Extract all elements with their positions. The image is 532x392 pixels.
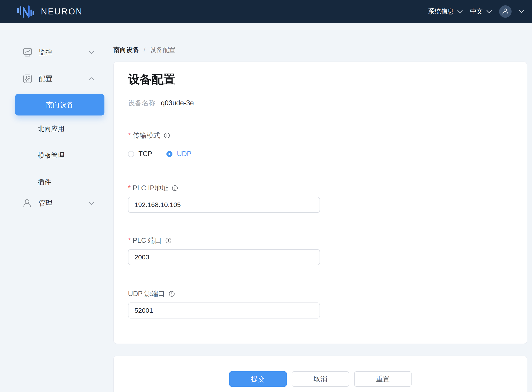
transport-mode-options: TCP UDP <box>128 150 513 158</box>
radio-dot-udp <box>166 151 172 157</box>
required-mark: * <box>128 237 131 245</box>
chevron-down-icon <box>89 50 95 54</box>
radio-tcp[interactable]: TCP <box>128 150 152 158</box>
sidebar-item-template-mgmt[interactable]: 模板管理 <box>0 142 104 169</box>
app-page: NEURON 系统信息 中文 <box>0 0 532 392</box>
language-label: 中文 <box>470 7 483 16</box>
brand: NEURON <box>16 5 83 19</box>
sidebar-item-config[interactable]: 配置 <box>0 65 104 92</box>
field-plc-ip: * PLC IP地址 <box>128 183 513 213</box>
field-transport-mode: * 传输模式 <box>128 131 513 158</box>
language-menu[interactable]: 中文 <box>470 7 492 16</box>
plc-port-label: PLC 端口 <box>133 236 162 245</box>
sidebar-item-monitoring[interactable]: 监控 <box>0 39 104 65</box>
system-info-label: 系统信息 <box>428 7 454 16</box>
avatar[interactable] <box>499 5 512 18</box>
sidebar-label-monitoring: 监控 <box>39 47 52 57</box>
required-mark: * <box>128 184 131 192</box>
warning-circle-icon[interactable] <box>165 238 172 244</box>
udp-source-port-input[interactable] <box>128 303 320 318</box>
chevron-up-icon <box>89 77 95 81</box>
brand-name: NEURON <box>41 7 83 16</box>
system-info-menu[interactable]: 系统信息 <box>428 7 463 16</box>
field-udp-source-port: UDP 源端口 <box>128 289 513 318</box>
device-config-form: * 传输模式 <box>128 131 513 318</box>
sidebar: 监控 配置 <box>0 23 104 217</box>
plc-ip-label: PLC IP地址 <box>133 183 168 193</box>
device-config-card: 设备配置 设备名称 q03ude-3e * 传输模式 <box>113 61 527 344</box>
breadcrumb-current: 设备配置 <box>150 46 176 54</box>
transport-mode-label: 传输模式 <box>133 131 160 140</box>
required-mark: * <box>128 131 131 140</box>
sidebar-item-north-apps[interactable]: 北向应用 <box>0 116 104 142</box>
radio-dot-tcp <box>128 151 134 157</box>
warning-circle-icon[interactable] <box>164 132 170 139</box>
sliders-icon <box>22 74 33 84</box>
chevron-down-icon <box>486 10 492 13</box>
plc-port-label-row: * PLC 端口 <box>128 236 513 245</box>
page-title: 设备配置 <box>128 72 513 86</box>
form-actions-card: 提交 取消 重置 <box>113 355 527 392</box>
submit-button[interactable]: 提交 <box>229 371 287 387</box>
radio-label-udp: UDP <box>177 150 191 158</box>
plc-port-input[interactable] <box>128 249 320 265</box>
chevron-down-icon <box>457 10 463 13</box>
sidebar-label-template-mgmt: 模板管理 <box>38 151 64 160</box>
radio-udp[interactable]: UDP <box>166 150 191 158</box>
device-name-row: 设备名称 q03ude-3e <box>128 98 513 108</box>
chevron-down-icon <box>89 201 95 205</box>
radio-label-tcp: TCP <box>138 150 152 158</box>
sidebar-label-config: 配置 <box>39 74 52 84</box>
plc-ip-input[interactable] <box>128 197 320 213</box>
user-icon <box>22 198 33 209</box>
navbar-right: 系统信息 中文 <box>428 5 524 18</box>
udp-source-port-label-row: UDP 源端口 <box>128 289 513 299</box>
field-plc-port: * PLC 端口 <box>128 236 513 265</box>
cancel-button[interactable]: 取消 <box>292 371 349 387</box>
top-navbar: NEURON 系统信息 中文 <box>0 0 532 23</box>
device-name-label: 设备名称 <box>128 98 155 108</box>
neuron-logo-icon <box>16 5 35 19</box>
sidebar-item-admin[interactable]: 管理 <box>0 190 104 217</box>
plc-ip-label-row: * PLC IP地址 <box>128 183 513 193</box>
monitor-chart-icon <box>22 47 33 57</box>
device-name-value: q03ude-3e <box>161 99 194 107</box>
sidebar-item-south-devices[interactable]: 南向设备 <box>15 94 104 116</box>
reset-button[interactable]: 重置 <box>354 371 412 387</box>
sidebar-label-north-apps: 北向应用 <box>38 124 64 134</box>
warning-circle-icon[interactable] <box>172 185 178 191</box>
user-icon <box>502 8 509 15</box>
layout: 监控 配置 <box>0 23 532 392</box>
transport-mode-label-row: * 传输模式 <box>128 131 513 140</box>
sidebar-label-south-devices: 南向设备 <box>46 100 74 109</box>
user-menu-chevron-icon[interactable] <box>519 10 524 13</box>
breadcrumb-separator: / <box>144 47 145 54</box>
warning-circle-icon[interactable] <box>169 291 175 297</box>
udp-source-port-label: UDP 源端口 <box>128 289 165 299</box>
breadcrumb: 南向设备 / 设备配置 <box>113 45 527 55</box>
sidebar-label-plugins: 插件 <box>38 178 51 187</box>
breadcrumb-parent[interactable]: 南向设备 <box>113 46 139 54</box>
sidebar-label-admin: 管理 <box>39 199 52 208</box>
main-content: 南向设备 / 设备配置 设备配置 设备名称 q03ude-3e * 传输模式 <box>104 23 532 392</box>
